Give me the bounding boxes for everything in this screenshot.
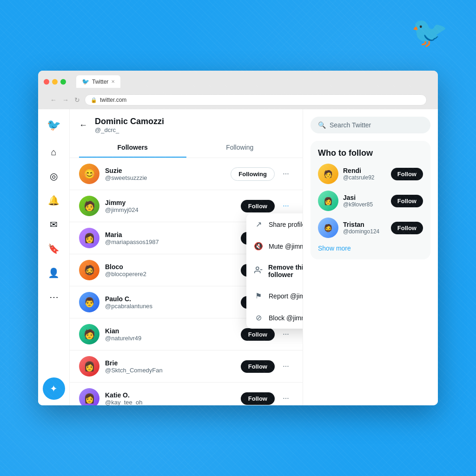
- follower-handle-bloco: @blocoperere2: [105, 271, 241, 278]
- follower-handle-jimmy: @jimmyj024: [105, 206, 241, 213]
- dropdown-remove-follower[interactable]: Remove this follower ▸: [246, 257, 303, 285]
- follower-name-jimmy: Jimmy: [105, 199, 241, 206]
- avatar-katie: 👩: [79, 388, 99, 405]
- back-nav-button[interactable]: ←: [49, 95, 58, 105]
- wtf-handle-rendi: @catsrule92: [343, 174, 386, 181]
- dropdown-remove-label: Remove this follower: [268, 264, 303, 278]
- follow-button-brie[interactable]: Follow: [241, 360, 275, 373]
- follower-info-brie: Brie @Sktch_ComedyFan: [105, 359, 241, 374]
- sidebar-item-profile[interactable]: 👤: [43, 262, 65, 284]
- avatar-paulo: 👨: [79, 292, 99, 312]
- follower-name-katie: Katie O.: [105, 391, 241, 399]
- address-input[interactable]: 🔒 twitter.com: [85, 94, 427, 106]
- follow-button-katie[interactable]: Follow: [241, 392, 275, 405]
- follower-item-brie: 👩 Brie @Sktch_ComedyFan Follow ···: [70, 350, 303, 383]
- follower-info-kian: Kian @naturelvr49: [105, 327, 241, 342]
- share-icon: ↗: [254, 220, 263, 229]
- follower-info-katie: Katie O. @kay_tee_oh: [105, 391, 241, 406]
- ellipsis-icon: ⋯: [49, 291, 59, 303]
- browser-chrome: 🐦 Twitter ✕ ← → ↻ 🔒 twitter.com: [38, 71, 438, 109]
- dropdown-share-label: Share profile via...: [269, 221, 303, 228]
- sidebar-item-notifications[interactable]: 🔔: [43, 189, 65, 212]
- avatar-kian: 🧑: [79, 324, 99, 344]
- wtf-handle-tristan: @domingo124: [343, 228, 386, 235]
- sidebar-item-bookmarks[interactable]: 🔖: [43, 238, 65, 260]
- follower-name-maria: Maria: [105, 231, 241, 238]
- wtf-handle-jasi: @k9lover85: [343, 201, 386, 208]
- profile-display-name: Dominic Camozzi: [95, 117, 164, 126]
- follower-name-bloco: Bloco: [105, 263, 241, 271]
- search-bar[interactable]: 🔍 Search Twitter: [311, 117, 430, 133]
- sidebar-item-messages[interactable]: ✉: [43, 213, 65, 236]
- follower-info-jimmy: Jimmy @jimmyj024: [105, 199, 241, 213]
- follower-info-suzie: Suzie @sweetsuzzzie: [105, 167, 231, 181]
- bookmark-icon: 🔖: [48, 243, 60, 254]
- dropdown-mute[interactable]: 🔇 Mute @jimmyj024: [246, 235, 303, 257]
- follower-info-bloco: Bloco @blocoperere2: [105, 263, 241, 278]
- follow-button-jimmy[interactable]: Follow: [241, 200, 275, 212]
- wtf-info-tristan: Tristan @domingo124: [343, 221, 386, 235]
- wtf-avatar-rendi: 🧑: [318, 164, 338, 184]
- sidebar-item-more[interactable]: ⋯: [43, 286, 65, 308]
- wtf-follow-button-jasi[interactable]: Follow: [391, 195, 423, 207]
- profile-header: ← Dominic Camozzi @_dcrc_ Followers Foll…: [70, 109, 303, 158]
- follower-name-paulo: Paulo C.: [105, 295, 241, 303]
- browser-content: 🐦 ⌂ ◎ 🔔 ✉ 🔖 👤 ⋯ ✦: [38, 109, 438, 405]
- avatar-brie: 👩: [79, 356, 99, 377]
- more-options-brie[interactable]: ···: [278, 359, 293, 374]
- browser-controls: 🐦 Twitter ✕: [44, 75, 432, 88]
- search-placeholder: Search Twitter: [330, 121, 371, 129]
- who-to-follow-title: Who to follow: [318, 148, 423, 158]
- wtf-follow-button-rendi[interactable]: Follow: [391, 168, 423, 180]
- dropdown-report-label: Report @jimmyj024: [269, 292, 303, 300]
- avatar-bloco: 🧔: [79, 260, 99, 280]
- search-icon: 🔍: [318, 121, 326, 129]
- right-sidebar: 🔍 Search Twitter Who to follow 🧑 Rendi @…: [303, 109, 438, 405]
- minimize-traffic-light[interactable]: [52, 79, 58, 85]
- tab-close-button[interactable]: ✕: [111, 79, 115, 84]
- more-options-kian[interactable]: ···: [278, 327, 293, 342]
- sidebar-twitter-logo[interactable]: 🐦: [43, 115, 65, 135]
- wtf-item-rendi: 🧑 Rendi @catsrule92 Follow: [318, 164, 423, 184]
- dropdown-menu: ↗ Share profile via... 🔇 Mute @jimmyj024: [246, 213, 303, 329]
- refresh-nav-button[interactable]: ↻: [73, 95, 81, 105]
- show-more-link[interactable]: Show more: [318, 245, 423, 252]
- dropdown-report[interactable]: ⚑ Report @jimmyj024: [246, 285, 303, 307]
- more-options-suzie[interactable]: ···: [278, 166, 293, 181]
- profile-name-block: Dominic Camozzi @_dcrc_: [95, 117, 164, 133]
- more-options-katie[interactable]: ···: [278, 391, 293, 405]
- dropdown-share[interactable]: ↗ Share profile via...: [246, 213, 303, 235]
- wtf-follow-button-tristan[interactable]: Follow: [391, 222, 423, 234]
- follower-handle-brie: @Sktch_ComedyFan: [105, 367, 241, 374]
- remove-follower-icon: [254, 266, 263, 276]
- avatar-maria: 👩: [79, 228, 99, 248]
- sidebar-item-explore[interactable]: ◎: [43, 165, 65, 187]
- envelope-icon: ✉: [50, 219, 58, 230]
- follower-list: 😊 Suzie @sweetsuzzzie Following ··· 🧑: [70, 158, 303, 405]
- following-button-suzie[interactable]: Following: [231, 167, 275, 181]
- sidebar-item-home[interactable]: ⌂: [43, 141, 65, 163]
- compose-tweet-button[interactable]: ✦: [43, 377, 65, 400]
- follower-handle-katie: @kay_tee_oh: [105, 399, 241, 406]
- browser-address-bar: ← → ↻ 🔒 twitter.com: [44, 92, 432, 109]
- follower-name-brie: Brie: [105, 359, 241, 367]
- mute-icon: 🔇: [254, 242, 263, 251]
- maximize-traffic-light[interactable]: [60, 79, 66, 85]
- follower-handle-maria: @mariapassos1987: [105, 238, 241, 245]
- wtf-item-jasi: 👩 Jasi @k9lover85 Follow: [318, 191, 423, 211]
- avatar-suzie: 😊: [79, 164, 99, 184]
- tab-label: Twitter: [92, 79, 108, 85]
- forward-nav-button[interactable]: →: [61, 95, 70, 105]
- followers-tabs: Followers Following: [79, 137, 293, 158]
- dropdown-block[interactable]: ⊘ Block @jimmyj024: [246, 307, 303, 329]
- tab-followers[interactable]: Followers: [79, 137, 186, 158]
- tab-following[interactable]: Following: [186, 137, 294, 158]
- browser-window: 🐦 Twitter ✕ ← → ↻ 🔒 twitter.com 🐦 ⌂ ◎: [38, 71, 438, 405]
- wtf-avatar-tristan: 🧔: [318, 218, 338, 238]
- more-options-jimmy[interactable]: ···: [278, 198, 293, 213]
- browser-tab[interactable]: 🐦 Twitter ✕: [76, 75, 120, 88]
- follow-button-kian[interactable]: Follow: [241, 328, 275, 341]
- close-traffic-light[interactable]: [44, 79, 49, 85]
- back-button[interactable]: ←: [79, 120, 87, 130]
- who-to-follow-section: Who to follow 🧑 Rendi @catsrule92 Follow: [311, 141, 430, 259]
